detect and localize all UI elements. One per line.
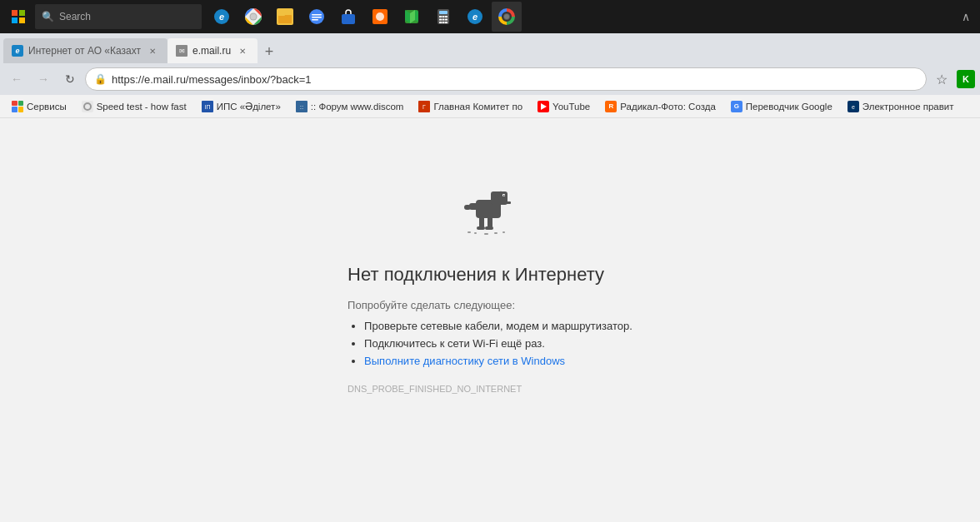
network-diagnostics-link[interactable]: Выполните диагностику сети в Windows xyxy=(364,355,565,367)
bookmark-edict[interactable]: IΠ ИПС «Әділет» xyxy=(195,97,288,116)
windows-icon xyxy=(12,10,25,23)
svg-text:e: e xyxy=(852,104,855,110)
svg-point-33 xyxy=(504,14,509,19)
svg-rect-7 xyxy=(278,13,285,16)
svg-rect-57 xyxy=(468,231,471,233)
svg-rect-46 xyxy=(503,195,505,196)
error-content: Нет подключения к Интернету Попробуйте с… xyxy=(348,264,632,394)
dino-icon xyxy=(461,185,519,239)
tab-internet-label: Интернет от АО «Казахт xyxy=(28,45,141,57)
svg-rect-6 xyxy=(278,15,292,23)
start-button[interactable] xyxy=(3,2,33,32)
new-tab-button[interactable]: + xyxy=(258,40,281,63)
tab-internet[interactable]: e Интернет от АО «Казахт ✕ xyxy=(3,38,168,63)
tab-email-close[interactable]: ✕ xyxy=(236,44,249,57)
dino-container xyxy=(461,185,519,239)
svg-rect-59 xyxy=(484,233,488,235)
edict-favicon: IΠ xyxy=(202,101,213,112)
error-code: DNS_PROBE_FINISHED_NO_INTERNET xyxy=(348,384,632,394)
youtube-favicon xyxy=(538,101,549,112)
svg-rect-51 xyxy=(479,216,484,228)
tab-bar: e Интернет от АО «Казахт ✕ ✉ e.mail.ru ✕… xyxy=(0,33,980,63)
taskbar-bag-icon[interactable] xyxy=(333,2,363,32)
address-bar[interactable]: 🔒 https://e.mail.ru/messages/inbox/?back… xyxy=(85,67,927,91)
browser-window: e Интернет от АО «Казахт ✕ ✉ e.mail.ru ✕… xyxy=(0,33,980,522)
bookmark-gov[interactable]: e Электронное правит xyxy=(841,97,961,116)
secure-icon: 🔒 xyxy=(94,73,107,85)
taskbar-ie-icon[interactable]: e xyxy=(207,2,237,32)
taskbar-ie2-icon[interactable]: e xyxy=(460,2,490,32)
svg-rect-22 xyxy=(442,16,445,17)
svg-rect-50 xyxy=(464,205,471,210)
kaspersky-icon[interactable]: K xyxy=(957,70,975,88)
svg-rect-21 xyxy=(439,16,442,17)
bookmark-forum-label: :: Форум www.discom xyxy=(311,102,404,112)
svg-rect-47 xyxy=(506,201,511,204)
svg-rect-20 xyxy=(439,11,448,14)
svg-rect-11 xyxy=(312,19,318,21)
tab-ie-favicon: e xyxy=(12,45,23,57)
bookmark-star-button[interactable]: ☆ xyxy=(930,67,953,91)
svg-rect-26 xyxy=(445,19,448,21)
taskbar-search[interactable]: 🔍 Search xyxy=(35,4,202,29)
tab-internet-close[interactable]: ✕ xyxy=(146,44,159,57)
svg-text:e: e xyxy=(472,12,478,22)
bookmark-youtube[interactable]: YouTube xyxy=(531,97,597,116)
bookmark-radikalo[interactable]: R Радикал-Фото: Созда xyxy=(598,97,722,116)
svg-text:IΠ: IΠ xyxy=(204,104,210,110)
taskbar-right: ∧ xyxy=(962,10,977,23)
svg-rect-10 xyxy=(312,17,322,18)
svg-text:Г: Г xyxy=(423,104,427,110)
bookmark-translate-label: Переводчик Google xyxy=(746,102,832,112)
svg-rect-9 xyxy=(312,14,322,16)
bookmark-edict-label: ИПС «Әділет» xyxy=(217,101,281,112)
tab-email-label: e.mail.ru xyxy=(192,45,231,57)
committee-favicon: Г xyxy=(418,101,430,112)
taskbar-chrome-icon[interactable] xyxy=(238,2,268,32)
tab-email[interactable]: ✉ e.mail.ru ✕ xyxy=(168,38,258,63)
bookmark-gov-label: Электронное правит xyxy=(862,102,954,112)
forum-favicon: :: xyxy=(296,101,308,112)
taskbar-chrome2-icon[interactable] xyxy=(302,2,332,32)
svg-marker-18 xyxy=(415,10,418,22)
forward-button[interactable]: → xyxy=(32,67,55,91)
translate-favicon: G xyxy=(731,101,742,112)
error-title: Нет подключения к Интернету xyxy=(348,264,632,286)
bookmark-committee-label: Главная Комитет по xyxy=(433,102,522,112)
taskbar-calculator-icon[interactable] xyxy=(428,2,458,32)
svg-text:::: :: xyxy=(300,103,303,111)
svg-rect-60 xyxy=(494,232,498,234)
svg-point-14 xyxy=(376,12,384,21)
search-placeholder: Search xyxy=(59,11,91,22)
url-text: https://e.mail.ru/messages/inbox/?back=1 xyxy=(112,73,918,86)
bookmarks-bar: Сервисы Speed test - how fast IΠ ИПС «Әд… xyxy=(0,95,980,118)
bookmark-services[interactable]: Сервисы xyxy=(5,97,73,116)
bookmark-speedtest[interactable]: Speed test - how fast xyxy=(75,97,193,116)
svg-rect-29 xyxy=(445,22,448,23)
svg-rect-28 xyxy=(442,22,445,23)
svg-text:e: e xyxy=(219,12,224,22)
svg-rect-54 xyxy=(485,226,493,230)
services-favicon xyxy=(12,101,23,112)
svg-rect-61 xyxy=(502,231,505,233)
suggestion-2: Подключитесь к сети Wi-Fi ещё раз. xyxy=(364,337,632,350)
bookmark-youtube-label: YouTube xyxy=(552,102,590,112)
taskbar-paint-icon[interactable] xyxy=(365,2,395,32)
svg-rect-25 xyxy=(442,19,445,21)
bookmark-forum[interactable]: :: :: Форум www.discom xyxy=(289,97,411,116)
back-button[interactable]: ← xyxy=(5,67,28,91)
svg-rect-53 xyxy=(477,226,485,230)
bookmark-speedtest-label: Speed test - how fast xyxy=(97,102,187,112)
suggestion-3[interactable]: Выполните диагностику сети в Windows xyxy=(364,355,632,367)
bookmark-committee[interactable]: Г Главная Комитет по xyxy=(412,97,529,116)
system-tray-chevron[interactable]: ∧ xyxy=(962,10,970,23)
taskbar-map-icon[interactable] xyxy=(397,2,427,32)
taskbar-explorer-icon[interactable] xyxy=(270,2,300,32)
page-content: Нет подключения к Интернету Попробуйте с… xyxy=(0,118,980,522)
reload-button[interactable]: ↻ xyxy=(58,67,82,91)
address-bar-row: ← → ↻ 🔒 https://e.mail.ru/messages/inbox… xyxy=(0,63,980,95)
bookmark-translate[interactable]: G Переводчик Google xyxy=(724,97,839,116)
taskbar-chrome3-icon[interactable] xyxy=(492,2,522,32)
svg-rect-48 xyxy=(492,213,499,216)
speedtest-favicon xyxy=(82,101,93,112)
